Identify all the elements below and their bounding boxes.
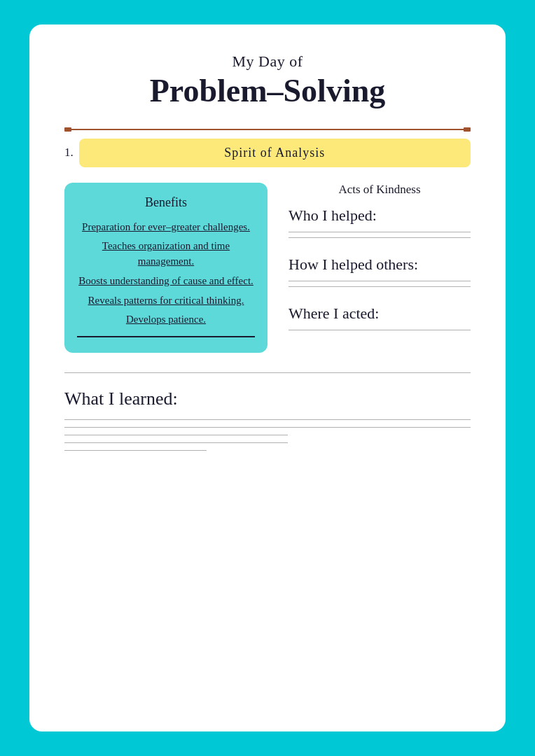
section1-label: Spirit of Analysis xyxy=(224,146,325,160)
acts-how-line-2 xyxy=(289,286,471,287)
main-content-row: Benefits Preparation for ever–greater ch… xyxy=(64,183,471,354)
benefits-box: Benefits Preparation for ever–greater ch… xyxy=(64,183,268,354)
page-container: My Day of Problem–Solving 1. Spirit of A… xyxy=(29,24,506,732)
benefits-title: Benefits xyxy=(77,195,255,210)
acts-where-line-1 xyxy=(289,330,471,330)
learned-line-1 xyxy=(64,419,471,420)
title-section: My Day of Problem–Solving xyxy=(64,52,471,109)
bottom-line-1 xyxy=(64,427,471,428)
bottom-lines-area xyxy=(64,427,471,451)
acts-col: Acts of Kindness Who I helped: How I hel… xyxy=(289,183,471,354)
acts-how-label: How I helped others: xyxy=(289,255,471,274)
acts-who-label: Who I helped: xyxy=(289,206,471,225)
decorative-divider xyxy=(64,122,471,126)
section-divider xyxy=(64,372,471,373)
benefits-bottom-line xyxy=(77,336,255,337)
bottom-line-3 xyxy=(64,442,288,443)
acts-how-line-1 xyxy=(289,281,471,281)
benefits-list: Preparation for ever–greater challenges.… xyxy=(77,220,255,328)
section1-row: 1. Spirit of Analysis xyxy=(64,139,471,167)
title-main: Problem–Solving xyxy=(64,74,471,109)
svg-rect-2 xyxy=(464,127,471,132)
section1-number: 1. xyxy=(64,146,74,160)
svg-rect-1 xyxy=(64,127,71,132)
benefit-item-4: Reveals patterns for critical thinking. xyxy=(77,293,255,309)
benefit-item-5: Develops patience. xyxy=(77,312,255,328)
acts-field-how: How I helped others: xyxy=(289,255,471,292)
acts-field-who: Who I helped: xyxy=(289,206,471,243)
learned-label: What I learned: xyxy=(64,388,471,410)
title-subtitle: My Day of xyxy=(64,52,471,71)
bottom-line-4 xyxy=(64,450,207,451)
acts-who-line-1 xyxy=(289,232,471,232)
benefit-item-1: Preparation for ever–greater challenges. xyxy=(77,220,255,235)
acts-where-label: Where I acted: xyxy=(289,304,471,323)
acts-field-where: Where I acted: xyxy=(289,304,471,335)
learned-section: What I learned: xyxy=(64,388,471,420)
benefit-item-3: Boosts understanding of cause and effect… xyxy=(77,274,255,289)
bottom-line-2 xyxy=(64,435,288,435)
section1-label-box: Spirit of Analysis xyxy=(79,139,471,167)
acts-title: Acts of Kindness xyxy=(289,183,471,197)
benefit-item-2: Teaches organization and time management… xyxy=(77,239,255,270)
acts-who-line-2 xyxy=(289,237,471,238)
